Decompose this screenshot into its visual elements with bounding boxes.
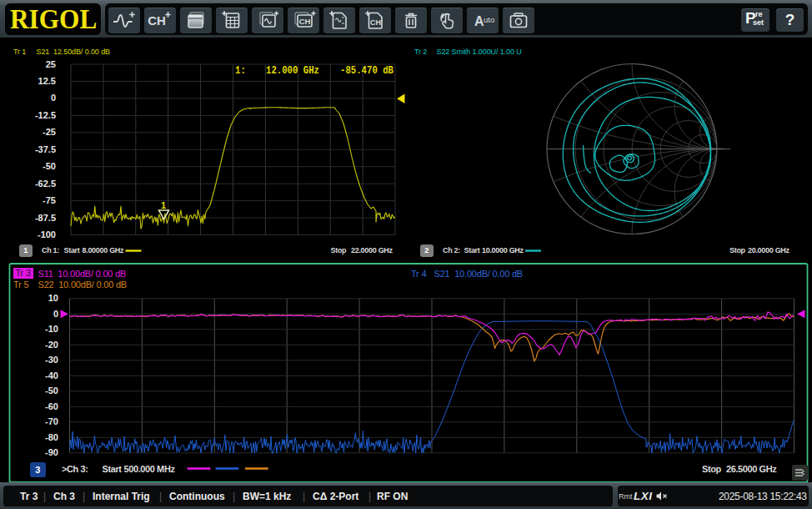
svg-text:1: 1 bbox=[161, 200, 166, 210]
svg-text:uto: uto bbox=[484, 15, 494, 24]
svg-text:CH: CH bbox=[299, 17, 311, 26]
svg-text:CH: CH bbox=[370, 18, 381, 27]
svg-text:CH: CH bbox=[148, 13, 166, 28]
